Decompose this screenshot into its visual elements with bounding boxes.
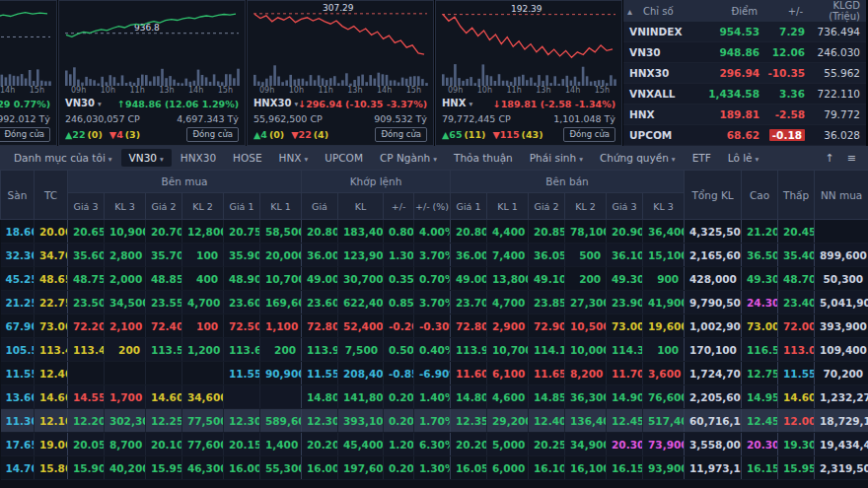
cell-sell-gia3[interactable]: 20.90	[607, 220, 643, 244]
cell-nn-mua[interactable]: 50,300	[815, 267, 868, 291]
nav-tab-cp-nganh[interactable]: CP Ngành▾	[372, 149, 445, 167]
cell-tc[interactable]: 19.00	[35, 433, 68, 456]
cell-sell-gia2[interactable]: 36.05	[529, 244, 565, 267]
cell-sell-gia3[interactable]: 23.90	[607, 291, 643, 314]
cell-buy-gia3[interactable]	[68, 362, 105, 385]
board-row[interactable]: 105.50113.40113.40200113.501,200113.6020…	[1, 338, 868, 362]
cell-buy-gia1[interactable]: 20.15	[224, 433, 260, 456]
cell-buy-gia2[interactable]: 14.60	[146, 385, 182, 409]
cell-match-kl[interactable]: 52,400	[338, 314, 384, 338]
cell-match-chg[interactable]: 1.20	[384, 433, 414, 456]
cell-buy-gia2[interactable]: 23.55	[146, 291, 182, 314]
cell-sell-kl1[interactable]: 4,700	[487, 291, 529, 314]
subcol-sell-gia1[interactable]: Giá 1	[451, 193, 487, 220]
cell-tong-kl[interactable]: 60,716,100	[685, 409, 742, 433]
cell-buy-kl2[interactable]	[182, 362, 224, 385]
nav-tab-chung-quyen[interactable]: Chứng quyền▾	[592, 149, 684, 167]
cell-nn-mua[interactable]: 2,319,500	[815, 456, 868, 480]
subcol-sell-gia2[interactable]: Giá 2	[529, 193, 565, 220]
cell-sell-gia1[interactable]: 36.00	[451, 244, 487, 267]
cell-match-chg-pct[interactable]: 1.40%	[414, 385, 451, 409]
board-row[interactable]: 21.2522.7523.5034,50023.554,70023.60169,…	[1, 291, 868, 314]
cell-match-gia[interactable]: 20.20	[302, 433, 338, 456]
cell-buy-gia2[interactable]: 113.50	[146, 338, 182, 362]
cell-sell-gia3[interactable]: 14.90	[607, 385, 643, 409]
cell-nn-mua[interactable]	[815, 220, 868, 244]
cell-sell-gia1[interactable]: 11.60	[451, 362, 487, 385]
cell-tong-kl[interactable]: 170,100	[685, 338, 742, 362]
cell-buy-gia2[interactable]: 12.25	[146, 409, 182, 433]
cell-buy-kl3[interactable]	[105, 362, 146, 385]
cell-match-gia[interactable]: 49.00	[302, 267, 338, 291]
cell-buy-gia1[interactable]: 113.60	[224, 338, 260, 362]
cell-match-chg-pct[interactable]: 0.70%	[414, 267, 451, 291]
cell-buy-gia3[interactable]: 48.75	[68, 267, 105, 291]
cell-sell-kl3[interactable]: 19,600	[643, 314, 685, 338]
cell-sell-kl2[interactable]: 16,100	[565, 456, 607, 480]
cell-nn-mua[interactable]: 109,400	[815, 338, 868, 362]
cell-cao[interactable]: 73.00	[742, 314, 778, 338]
cell-buy-kl3[interactable]: 2,100	[105, 314, 146, 338]
cell-buy-gia1[interactable]: 35.90	[224, 244, 260, 267]
index-row-hnx30[interactable]: HNX30296.94-10.3555.962	[623, 63, 866, 84]
cell-buy-gia2[interactable]: 72.40	[146, 314, 182, 338]
cell-sell-kl1[interactable]: 29,200	[487, 409, 529, 433]
cell-cao[interactable]: 24.30	[742, 291, 778, 314]
collapse-indices-icon[interactable]: ▴	[627, 6, 643, 17]
cell-match-kl[interactable]: 141,800	[338, 385, 384, 409]
cell-sell-kl1[interactable]: 7,400	[487, 244, 529, 267]
cell-san[interactable]: 13.60	[1, 385, 35, 409]
cell-sell-gia1[interactable]: 23.70	[451, 291, 487, 314]
cell-san[interactable]: 14.70	[1, 456, 35, 480]
cell-tong-kl[interactable]: 1,002,900	[685, 314, 742, 338]
nav-tab-hose[interactable]: HOSE	[225, 149, 269, 167]
cell-sell-kl3[interactable]: 73,900	[643, 433, 685, 456]
subcol-buy-gia1[interactable]: Giá 1	[224, 193, 260, 220]
cell-match-kl[interactable]: 30,700	[338, 267, 384, 291]
cell-sell-gia1[interactable]: 113.90	[451, 338, 487, 362]
cell-sell-gia1[interactable]: 14.80	[451, 385, 487, 409]
cell-nn-mua[interactable]: 19,434,400	[815, 433, 868, 456]
cell-buy-gia3[interactable]: 72.20	[68, 314, 105, 338]
cell-match-kl[interactable]: 123,900	[338, 244, 384, 267]
subcol-sell-kl1[interactable]: KL 1	[487, 193, 529, 220]
cell-cao[interactable]: 20.30	[742, 433, 778, 456]
cell-sell-gia3[interactable]: 12.45	[607, 409, 643, 433]
cell-match-kl[interactable]: 45,400	[338, 433, 384, 456]
cell-san[interactable]: 11.30	[1, 409, 35, 433]
subcol-buy-kl2[interactable]: KL 2	[182, 193, 224, 220]
cell-sell-kl3[interactable]: 15,100	[643, 244, 685, 267]
cell-sell-kl2[interactable]: 27,300	[565, 291, 607, 314]
cell-buy-gia1[interactable]	[224, 385, 260, 409]
cell-sell-kl2[interactable]: 200	[565, 267, 607, 291]
cell-match-chg-pct[interactable]: 3.70%	[414, 244, 451, 267]
nav-tab-vn30[interactable]: VN30▾	[121, 149, 172, 167]
cell-buy-gia3[interactable]: 12.20	[68, 409, 105, 433]
cell-tong-kl[interactable]: 9,790,500	[685, 291, 742, 314]
cell-sell-gia2[interactable]: 72.90	[529, 314, 565, 338]
cell-sell-kl2[interactable]: 8,200	[565, 362, 607, 385]
cell-sell-gia3[interactable]: 36.10	[607, 244, 643, 267]
cell-buy-kl1[interactable]: 58,500	[260, 220, 302, 244]
cell-sell-kl1[interactable]: 6,000	[487, 456, 529, 480]
cell-sell-kl3[interactable]: 76,600	[643, 385, 685, 409]
cell-sell-kl3[interactable]: 41,900	[643, 291, 685, 314]
cell-sell-gia3[interactable]: 49.30	[607, 267, 643, 291]
cell-sell-gia3[interactable]: 114.30	[607, 338, 643, 362]
cell-thap[interactable]: 20.45	[778, 220, 815, 244]
cell-cao[interactable]: 36.50	[742, 244, 778, 267]
cell-sell-kl3[interactable]: 100	[643, 338, 685, 362]
cell-thap[interactable]: 113.00	[778, 338, 815, 362]
cell-tong-kl[interactable]: 3,558,000	[685, 433, 742, 456]
cell-sell-kl2[interactable]: 36,300	[565, 385, 607, 409]
cell-match-kl[interactable]: 622,400	[338, 291, 384, 314]
cell-sell-kl1[interactable]: 5,000	[487, 433, 529, 456]
cell-match-kl[interactable]: 7,500	[338, 338, 384, 362]
cell-buy-kl2[interactable]: 12,800	[182, 220, 224, 244]
cell-sell-kl1[interactable]: 13,800	[487, 267, 529, 291]
cell-buy-kl1[interactable]: 10,700	[260, 267, 302, 291]
cell-tong-kl[interactable]: 2,165,600	[685, 244, 742, 267]
cell-san[interactable]: 21.25	[1, 291, 35, 314]
cell-buy-kl2[interactable]: 1,200	[182, 338, 224, 362]
cell-buy-gia2[interactable]: 35.70	[146, 244, 182, 267]
